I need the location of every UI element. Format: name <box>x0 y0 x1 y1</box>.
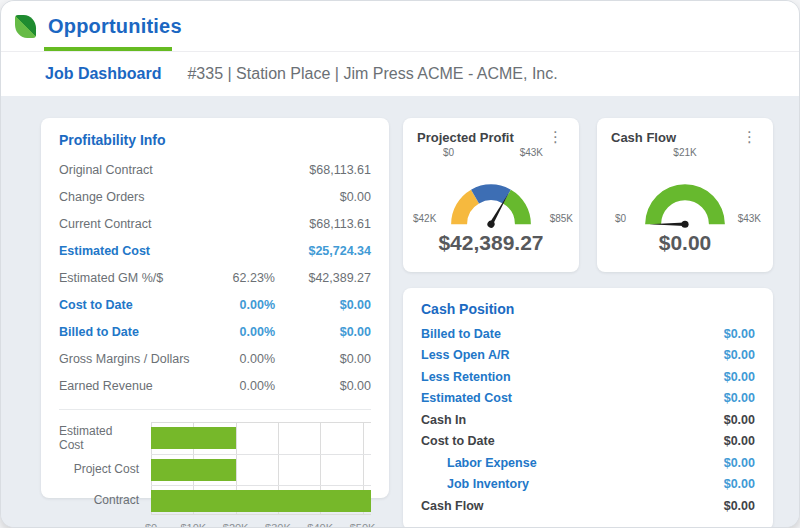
table-row-link[interactable]: Estimated Cost $25,724.34 <box>59 237 371 264</box>
gauge-max-label: $43K <box>738 213 761 224</box>
row-label: Cost to Date <box>421 434 724 448</box>
projected-profit-title: Projected Profit <box>417 130 514 145</box>
projected-profit-card: Projected Profit ⋮ <box>403 118 579 272</box>
row-value: $0.00 <box>724 477 755 491</box>
row-label[interactable]: Job Inventory <box>421 477 724 491</box>
row-label[interactable]: Labor Expense <box>421 456 724 470</box>
row-label: Cash Flow <box>421 499 724 513</box>
table-row: Earned Revenue 0.00% $0.00 <box>59 372 371 399</box>
row-label[interactable]: Cost to Date <box>59 298 197 312</box>
cash-position-card: Cash Position Billed to Date $0.00 Less … <box>403 288 773 528</box>
kebab-menu-icon[interactable]: ⋮ <box>546 130 565 144</box>
app-header: Opportunities <box>1 1 799 51</box>
gauge-min-label: $42K <box>413 213 436 224</box>
category-label: Project Cost <box>59 453 151 484</box>
table-row-link[interactable]: Billed to Date $0.00 <box>421 323 755 345</box>
row-value: $25,724.34 <box>275 244 371 258</box>
row-label: Earned Revenue <box>59 379 197 393</box>
project-cost-bar <box>151 459 236 481</box>
leaf-logo-icon <box>15 15 36 38</box>
row-label[interactable]: Less Open A/R <box>421 348 724 362</box>
row-label: Gross Margins / Dollars <box>59 352 197 366</box>
row-value: $0.00 <box>275 190 371 204</box>
table-row-link[interactable]: Cost to Date 0.00% $0.00 <box>59 291 371 318</box>
table-row: Current Contract $68,113.61 <box>59 210 371 237</box>
row-label: Cash In <box>421 413 724 427</box>
row-value: $0.00 <box>724 348 755 362</box>
cash-flow-value: $0.00 <box>611 231 759 255</box>
category-label: Contract <box>59 484 151 515</box>
row-label[interactable]: Billed to Date <box>421 327 724 341</box>
row-value: $68,113.61 <box>275 217 371 231</box>
app-window: Opportunities Job Dashboard #335 | Stati… <box>0 0 800 528</box>
table-row: Cash Flow $0.00 <box>421 495 755 517</box>
row-value: $0.00 <box>275 379 371 393</box>
row-percent: 0.00% <box>197 379 275 393</box>
row-value: $0.00 <box>724 434 755 448</box>
dashboard-content: Profitability Info Original Contract $68… <box>1 96 799 528</box>
app-title: Opportunities <box>48 15 182 38</box>
row-percent: 0.00% <box>197 325 275 339</box>
x-tick-label: $20K <box>223 522 249 528</box>
table-row: Cost to Date $0.00 <box>421 431 755 453</box>
section-divider <box>59 409 371 410</box>
row-label: Original Contract <box>59 163 197 177</box>
gauge-mid-label: $21K <box>673 147 696 158</box>
job-subheader: Job Dashboard #335 | Station Place | Jim… <box>1 51 799 96</box>
profitability-table: Original Contract $68,113.61 Change Orde… <box>59 156 371 399</box>
estimated-cost-bar <box>151 427 236 449</box>
cash-position-table: Billed to Date $0.00 Less Open A/R $0.00… <box>421 323 755 517</box>
category-label: Estimated Cost <box>59 422 151 453</box>
contract-bar-chart: Estimated Cost Project Cost Contract <box>59 422 371 528</box>
gauge-mid-label: $0 <box>443 147 454 158</box>
row-percent: 62.23% <box>197 271 275 285</box>
row-percent: 0.00% <box>197 352 275 366</box>
row-label[interactable]: Less Retention <box>421 370 724 384</box>
chart-category-labels: Estimated Cost Project Cost Contract <box>59 422 151 528</box>
row-value: $0.00 <box>275 325 371 339</box>
row-label[interactable]: Estimated Cost <box>59 244 197 258</box>
right-column: Projected Profit ⋮ <box>403 118 773 528</box>
title-underline <box>44 47 172 51</box>
gauge-arc <box>427 162 555 229</box>
x-tick-label: $30K <box>265 522 291 528</box>
table-row-link[interactable]: Job Inventory $0.00 <box>421 474 755 496</box>
cash-flow-gauge: $0 $21K $43K <box>611 147 759 230</box>
row-value: $0.00 <box>724 456 755 470</box>
row-label: Change Orders <box>59 190 197 204</box>
table-row: Gross Margins / Dollars 0.00% $0.00 <box>59 345 371 372</box>
table-row: Estimated GM %/$ 62.23% $42,389.27 <box>59 264 371 291</box>
row-label[interactable]: Estimated Cost <box>421 391 724 405</box>
table-row-link[interactable]: Less Open A/R $0.00 <box>421 345 755 367</box>
gauge-min-label: $0 <box>615 213 626 224</box>
tab-job-dashboard[interactable]: Job Dashboard <box>45 65 161 83</box>
row-value: $0.00 <box>275 298 371 312</box>
profitability-title: Profitability Info <box>59 132 371 148</box>
row-value: $0.00 <box>724 413 755 427</box>
projected-profit-gauge: $42K $0 $43K $85K <box>417 147 565 230</box>
row-value: $0.00 <box>724 370 755 384</box>
row-label[interactable]: Billed to Date <box>59 325 197 339</box>
gauge-row: Projected Profit ⋮ <box>403 118 773 272</box>
table-row-link[interactable]: Labor Expense $0.00 <box>421 452 755 474</box>
bar-row <box>151 454 371 485</box>
kebab-menu-icon[interactable]: ⋮ <box>740 130 759 144</box>
x-tick-label: $10K <box>180 522 206 528</box>
table-row: Original Contract $68,113.61 <box>59 156 371 183</box>
cash-flow-card: Cash Flow ⋮ $0 $21K $43K <box>597 118 773 272</box>
table-row-link[interactable]: Less Retention $0.00 <box>421 366 755 388</box>
row-value: $42,389.27 <box>275 271 371 285</box>
row-percent: 0.00% <box>197 298 275 312</box>
row-value: $68,113.61 <box>275 163 371 177</box>
row-label: Current Contract <box>59 217 197 231</box>
row-value: $0.00 <box>724 499 755 513</box>
table-row: Cash In $0.00 <box>421 409 755 431</box>
job-info-text: #335 | Station Place | Jim Press ACME - … <box>187 65 557 83</box>
gauge-arc <box>621 162 749 229</box>
x-tick-label: $40K <box>307 522 333 528</box>
table-row-link[interactable]: Billed to Date 0.00% $0.00 <box>59 318 371 345</box>
chart-x-axis: $0 $10K $20K $30K $40K $50K <box>151 519 371 528</box>
table-row-link[interactable]: Estimated Cost $0.00 <box>421 388 755 410</box>
cash-flow-title: Cash Flow <box>611 130 676 145</box>
table-row: Change Orders $0.00 <box>59 183 371 210</box>
